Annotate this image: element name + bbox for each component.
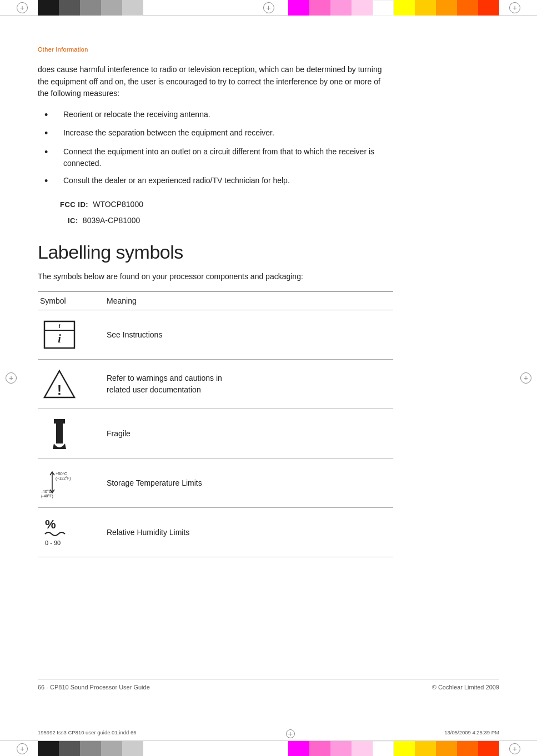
bullet-text-3: Connect the equipment into an outlet on …	[63, 146, 404, 169]
table-row-humidity: % 0 - 90 Relative Humidity Limits	[38, 508, 393, 557]
bot-color-2	[59, 741, 80, 756]
color-block-5	[122, 0, 143, 16]
bottom-color-bar	[0, 740, 537, 756]
top-right-reg-mark	[509, 2, 520, 13]
section-label: Other Information	[38, 46, 499, 53]
bot-color-r1	[288, 741, 309, 756]
ic-label: IC:	[68, 214, 78, 227]
meaning-warning-line2: related user documentation	[107, 385, 201, 394]
bottom-center-reg-area	[286, 729, 295, 738]
bullet-text-4: Consult the dealer or an experienced rad…	[63, 175, 290, 187]
table-row-temperature: +50°C (+122°F) -40°C (-40°F) Storage Tem…	[38, 458, 393, 508]
bot-color-r10	[478, 741, 499, 756]
bot-color-r6	[394, 741, 415, 756]
meaning-warning: Refer to warnings and cautions in relate…	[104, 360, 393, 409]
bullet-dot-1: •	[44, 109, 54, 122]
top-color-bar	[0, 0, 537, 16]
color-block-r1	[288, 0, 309, 16]
svg-rect-6	[54, 419, 65, 424]
bottom-bar-text: 195992 Iss3 CP810 user guide 01.indd 66 …	[0, 727, 537, 740]
color-block-r6	[394, 0, 415, 16]
humidity-symbol-container: % 0 - 90	[40, 516, 79, 549]
svg-text:+50°C: +50°C	[56, 471, 68, 476]
table-row-fragile: Fragile	[38, 409, 393, 458]
bot-color-1	[38, 741, 59, 756]
svg-text:(-40°F): (-40°F)	[41, 494, 53, 498]
meaning-humidity: Relative Humidity Limits	[104, 508, 393, 557]
table-row-warning: ! Refer to warnings and cautions in rela…	[38, 360, 393, 409]
svg-text:!: !	[57, 382, 62, 397]
bullet-text-1: Reorient or relocate the receiving anten…	[63, 109, 210, 120]
bot-color-r7	[415, 741, 436, 756]
bottom-bar-right: 13/05/2009 4:25:39 PM	[444, 729, 499, 738]
svg-text:0 - 90: 0 - 90	[45, 540, 61, 546]
bot-color-r9	[457, 741, 478, 756]
color-block-3	[80, 0, 101, 16]
meaning-info: See Instructions	[104, 310, 393, 360]
bullet-item-4: • Consult the dealer or an experienced r…	[38, 175, 404, 188]
svg-text:i: i	[58, 332, 61, 345]
color-block-r9	[457, 0, 478, 16]
ic-value: 8039A-CP81000	[83, 214, 140, 228]
symbols-intro: The symbols below are found on your proc…	[38, 271, 349, 283]
bot-color-r5	[373, 741, 394, 756]
symbol-humidity: % 0 - 90	[38, 508, 104, 557]
bot-color-r2	[309, 741, 330, 756]
fcc-label: FCC ID:	[60, 198, 88, 211]
symbol-warning: !	[38, 360, 104, 409]
symbol-info: i i	[38, 310, 104, 360]
warning-symbol-container: !	[40, 367, 79, 401]
bottom-left-reg	[17, 743, 28, 754]
bot-color-r4	[352, 741, 373, 756]
color-block-r4	[352, 0, 373, 16]
color-block-r3	[330, 0, 352, 16]
top-right-color-blocks	[288, 0, 499, 15]
bot-color-r3	[330, 741, 352, 756]
svg-text:i: i	[58, 322, 61, 329]
fcc-block: FCC ID: WTOCP81000 IC: 8039A-CP81000	[60, 198, 499, 228]
temp-symbol-container: +50°C (+122°F) -40°C (-40°F)	[40, 466, 79, 500]
table-header-row: Symbol Meaning	[38, 292, 393, 310]
color-block-1	[38, 0, 59, 16]
color-block-4	[101, 0, 122, 16]
bullet-list: • Reorient or relocate the receiving ant…	[38, 109, 499, 188]
svg-text:%: %	[45, 517, 56, 531]
svg-rect-7	[56, 424, 63, 443]
body-paragraph: does cause harmful interference to radio…	[38, 64, 393, 100]
footer-left: 66 - CP810 Sound Processor User Guide	[38, 684, 150, 691]
footer-right: © Cochlear Limited 2009	[432, 684, 499, 691]
symbols-table: Symbol Meaning i i See Instru	[38, 291, 393, 557]
page-content: Other Information does cause harmful int…	[0, 16, 537, 715]
bot-color-5	[122, 741, 143, 756]
bullet-item-3: • Connect the equipment into an outlet o…	[38, 146, 404, 169]
info-symbol-container: i i	[40, 318, 79, 351]
warning-symbol-svg: !	[43, 369, 76, 400]
svg-text:(+122°F): (+122°F)	[56, 476, 71, 481]
meaning-warning-line1: Refer to warnings and cautions in	[107, 374, 222, 382]
color-block-r5	[373, 0, 394, 16]
color-block-r2	[309, 0, 330, 16]
section-heading: Labelling symbols	[38, 241, 499, 263]
bot-color-r8	[436, 741, 457, 756]
top-center-reg-mark	[263, 2, 274, 13]
page-footer: 66 - CP810 Sound Processor User Guide © …	[38, 679, 499, 691]
bullet-dot-4: •	[44, 175, 54, 188]
bottom-right-blocks	[288, 741, 499, 756]
color-block-r10	[478, 0, 499, 16]
fragile-symbol-container	[40, 417, 79, 450]
fcc-id-line: FCC ID: WTOCP81000	[60, 198, 499, 211]
temp-symbol-svg: +50°C (+122°F) -40°C (-40°F)	[40, 467, 79, 498]
bullet-dot-2: •	[44, 127, 54, 140]
bot-color-3	[80, 741, 101, 756]
bullet-item-1: • Reorient or relocate the receiving ant…	[38, 109, 404, 122]
fragile-symbol-svg	[48, 418, 71, 449]
col-symbol-header: Symbol	[38, 292, 104, 310]
top-left-color-blocks	[38, 0, 143, 15]
symbol-temperature: +50°C (+122°F) -40°C (-40°F)	[38, 458, 104, 508]
color-block-2	[59, 0, 80, 16]
color-block-r7	[415, 0, 436, 16]
svg-text:-40°C: -40°C	[41, 489, 52, 494]
info-symbol-svg: i i	[43, 320, 76, 349]
symbol-fragile	[38, 409, 104, 458]
meaning-fragile: Fragile	[104, 409, 393, 458]
